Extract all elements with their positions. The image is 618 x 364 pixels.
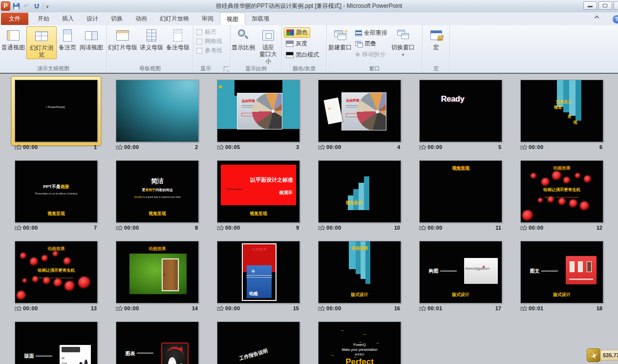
slide-1-thumbnail[interactable]: > PowerPoint() (15, 80, 98, 142)
cascade-button[interactable]: 层叠 (353, 39, 378, 49)
door-graphic (162, 258, 179, 291)
slide-meta: 00:00 15 (217, 305, 300, 313)
tab-home[interactable]: 开始 (31, 12, 56, 25)
slide-6-thumbnail[interactable]: 完美主义视觉呈现 (520, 80, 603, 142)
slide-master-button[interactable]: 幻灯片母版 (107, 26, 138, 51)
slide-10-thumbnail[interactable]: 视觉呈现 (318, 160, 401, 223)
move-split-button[interactable]: ✥移动拆分 (353, 49, 387, 60)
black-white-button[interactable]: 黑白模式 (284, 50, 321, 60)
red-bubble (54, 278, 62, 287)
tab-file[interactable]: 文件 (1, 13, 28, 25)
switch-windows-icon (395, 28, 411, 43)
normal-view-button[interactable]: 普通视图 (0, 26, 26, 51)
slide-time: 00:00 (326, 305, 341, 311)
guides-checkbox[interactable]: 参考线 (193, 46, 230, 55)
audio-icon (219, 82, 223, 91)
slide-art: 完美主义视觉呈现 (521, 80, 603, 142)
slide-sorter-button[interactable]: 幻灯片浏览 (26, 26, 57, 59)
notes-page-button[interactable]: 备注页 (57, 26, 78, 51)
tab-animations[interactable]: 动画 (129, 12, 153, 25)
new-window-button[interactable]: ✳ 新建窗口 (327, 26, 353, 51)
fit-to-window-icon (260, 28, 277, 43)
slide-number: 6 (599, 144, 602, 150)
slide-13-thumbnail[interactable]: 动画效果动画让演示更有生机Animation is the spirit of … (15, 241, 98, 303)
animation-star-icon (15, 145, 21, 151)
slide-14-thumbnail[interactable]: 动画效果 (116, 241, 199, 303)
page-mockup-image: 207*24 (60, 345, 91, 364)
desktop-gadget[interactable]: 535.77 (587, 348, 618, 363)
animation-star-icon (520, 145, 527, 151)
slide-3-thumbnail[interactable]: 自由呼吸 (217, 80, 300, 142)
tab-review[interactable]: 审阅 (195, 12, 220, 25)
ready-text: Ready (441, 95, 465, 104)
slide-meta: 00:00 12 (520, 225, 603, 232)
red-bubble (30, 257, 38, 266)
tab-insert[interactable]: 插入 (56, 12, 80, 25)
slide-art: PowerQMake your presentation做得更好Perfect (319, 322, 401, 364)
fit-to-window-button[interactable]: 适应 窗口大小 (256, 26, 280, 65)
tab-slideshow[interactable]: 幻灯片放映 (153, 12, 195, 25)
slide-time: 00:00 (124, 305, 139, 311)
slide-art: 视觉呈现 (319, 161, 401, 222)
slide-time: 00:00 (529, 225, 544, 231)
tab-transitions[interactable]: 切换 (105, 12, 129, 25)
slide-22-thumbnail[interactable]: PowerQMake your presentation做得更好Perfect (318, 321, 401, 364)
slide-7-thumbnail[interactable]: PPT不是画册 Presentation is not an album of … (15, 160, 98, 223)
dialog-launcher-icon[interactable] (224, 66, 229, 71)
slide-meta: 00:00 2 (116, 144, 199, 151)
zoom-button[interactable]: 显示比例 (231, 26, 256, 51)
bird-icon[interactable] (587, 348, 600, 362)
slide-time: 00:01 (427, 305, 443, 311)
switch-windows-button[interactable]: 切换窗口 ▾ (389, 26, 417, 58)
help-icon[interactable]: ? (613, 15, 618, 23)
slide-time: 00:00 (225, 225, 240, 231)
slide-8-thumbnail[interactable]: 简洁 更有利于内容的传达 Simplify is a good way to e… (116, 160, 199, 223)
arrow-icon (340, 327, 344, 332)
slide-17-thumbnail[interactable]: 构图 Investigation 版式设计 (419, 241, 502, 303)
handout-master-button[interactable]: 讲义母版 (138, 26, 165, 51)
tab-view[interactable]: 视图 (220, 12, 245, 25)
arrange-all-button[interactable]: 全部重排 (353, 28, 389, 38)
gadget-value: 535.77 (600, 350, 618, 361)
color-button[interactable]: 颜色 (284, 27, 310, 38)
parachute-photo: 自由呼吸 (341, 92, 386, 130)
tab-addins[interactable]: 加载项 (245, 12, 276, 25)
slide-art: 自由呼吸 (217, 80, 299, 142)
slide-21-thumbnail[interactable]: 工作报告说明企业宣传文稿 (217, 321, 300, 364)
slide-19-thumbnail[interactable]: 版面 207*24 (15, 321, 98, 364)
slide-master-icon (114, 28, 131, 43)
slide-art: 动画效果动画让演示更有生机Animation is the spirit of … (15, 241, 97, 303)
slide-5-thumbnail[interactable]: Ready (419, 80, 502, 142)
slide-meta: 00:00 11 (419, 225, 502, 232)
ribbon-tab-row: 文件开始插入设计切换动画幻灯片放映审阅视图加载项 ? (0, 12, 618, 25)
tab-design[interactable]: 设计 (80, 12, 105, 25)
grayscale-button[interactable]: 灰度 (284, 39, 309, 49)
slide-12-thumbnail[interactable]: 动画效果动画让演示更有生机Animation is the spirit of … (520, 160, 603, 223)
slide-sorter-icon (33, 28, 50, 44)
arrange-all-icon (355, 30, 362, 36)
slide-4-thumbnail[interactable]: “自由呼吸 (318, 80, 401, 142)
slide-9-thumbnail[interactable]: 以平面设计之标准革命Revolution做演示 视觉呈现 (217, 160, 300, 223)
notes-master-button[interactable]: 备注母版 (165, 26, 191, 51)
person-silhouette (84, 360, 88, 364)
window-title: 很经典很华丽的PPT动画设计案例.ppt [兼容模式] - Microsoft … (0, 2, 618, 10)
slide-number: 15 (293, 305, 299, 311)
slide-15-thumbnail[interactable]: 动画效果 ✈动感 (217, 241, 300, 303)
restore-button[interactable] (598, 1, 612, 10)
slide-20-thumbnail[interactable]: 图表 (116, 321, 199, 364)
ruler-checkbox[interactable]: 标尺 (193, 27, 230, 37)
slide-11-thumbnail[interactable]: 视觉呈现 (419, 160, 502, 223)
slide-number: 4 (397, 144, 400, 150)
red-bubble (569, 199, 577, 208)
macros-button[interactable]: 宏 (426, 26, 447, 51)
slide-2-thumbnail[interactable] (116, 80, 199, 142)
slide-meta: 00:01 17 (419, 305, 502, 313)
slide-16-thumbnail[interactable]: 动画效果版式设计 (318, 241, 401, 303)
gridlines-checkbox[interactable]: 网格线 (193, 37, 230, 46)
slide-18-thumbnail[interactable]: 图文 版式设计 (520, 241, 603, 303)
reading-view-button[interactable]: 阅读视图 (78, 26, 105, 51)
minimize-button[interactable] (583, 1, 597, 10)
minimize-ribbon-icon[interactable] (595, 16, 599, 21)
slide-art: Ready (420, 80, 502, 142)
close-button[interactable] (614, 1, 618, 10)
